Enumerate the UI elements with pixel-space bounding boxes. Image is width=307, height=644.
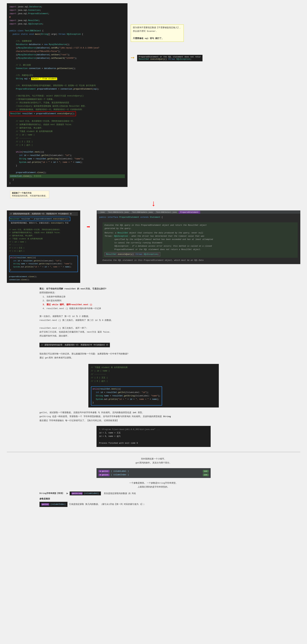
tab-delete[interactable]: TestJDBCDelete.java	[106, 211, 130, 214]
column-index-section: 参数是整形 getInt (columnIndex) 它就是指定获取 第几列的数…	[39, 497, 268, 507]
tab-prepared[interactable]: PreparedStatement	[179, 211, 200, 214]
tab-bar: .java TestJDBCDelete.java TestJDBCUpdate…	[97, 210, 300, 214]
badge-int-2: int	[203, 474, 209, 476]
tab-update[interactable]: TestJDBCUpdate.java	[131, 211, 154, 214]
badge-getint-2: ● getInt	[98, 474, 110, 476]
annotation-note: 因为查询不需要指定数据【不需要键盘指定输入】。 所以就不用写 Scanner. …	[131, 24, 184, 42]
getint-badges: ● getInt ( columnLabel ) int ● getInt ( …	[96, 468, 211, 478]
left-code-panel: // 获取到到的特别处理: 先获取到到一行: 而获取到行中 中行的指向行 行 R…	[7, 210, 80, 283]
string-common-section: String字符串类型【常用】 ► getString (columnLabel…	[39, 492, 268, 496]
right-interface-panel: .java TestJDBCDelete.java TestJDBCUpdate…	[97, 210, 300, 264]
bottom-explain-text: 一个参数是整形, 一个参数是String字符串类型。 上面我们用到的是字符串类型…	[39, 481, 268, 489]
page-container: import javax.sql.DataSource; import java…	[0, 0, 307, 510]
large-code-section: // 下面是 student 表 全列查询的结果 // | id | name …	[88, 364, 219, 408]
main-code-block: import javax.sql.DataSource; import java…	[7, 3, 127, 187]
getint-explain: getInt, 就试获取一个整形数据, 后面括号中的字符串参数 与 列名相同, …	[39, 411, 268, 422]
panel-comment-bar: // 获取到到的特别处理: 先获取到到一行: 而获取到行中 中行的指向行 行	[9, 212, 78, 216]
result-output-box: C:\Program Files\Java\jdk1.8.0_301\bin\j…	[96, 426, 211, 447]
explain-next-section: 重点: 在于你如何去理解 resultSet 的 next方法, 它是怎么执行?…	[39, 287, 268, 360]
import-lines: import javax.sql.DataSource;	[9, 5, 125, 9]
bottom-section: 另外我再拓展一个小细节。 get系列的操作, 其实分为两个部分。	[39, 457, 268, 465]
badge-getint-1: ● getInt	[98, 470, 110, 472]
tab-java[interactable]: .java	[97, 211, 106, 214]
badge-int-1: int	[203, 470, 209, 472]
tab-select[interactable]: TestJDBCSelect.java	[155, 211, 178, 214]
